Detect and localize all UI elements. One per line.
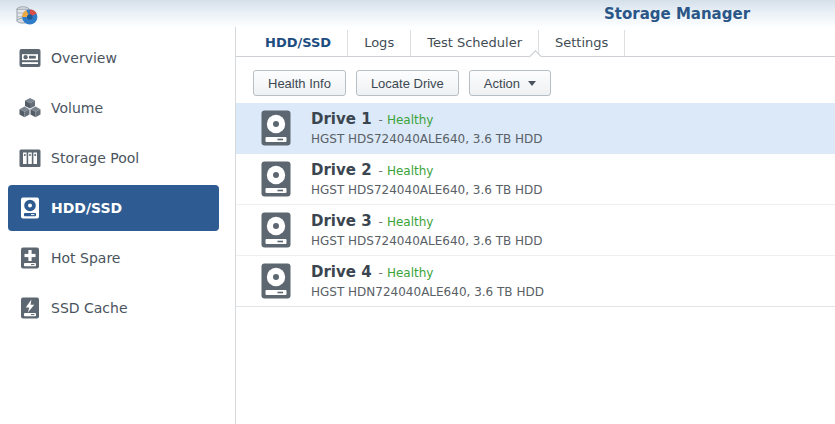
drive-model: HGST HDS724040ALE640, 3.6 TB HDD <box>311 183 543 197</box>
hdd-drive-icon <box>18 196 42 220</box>
action-dropdown-button[interactable]: Action <box>469 70 551 96</box>
sidebar-item-label: Volume <box>51 100 103 116</box>
hdd-drive-icon <box>261 110 291 146</box>
sidebar-item-ssd-cache[interactable]: SSD Cache <box>8 285 219 331</box>
sidebar-item-volume[interactable]: Volume <box>8 85 219 131</box>
storage-manager-window: Storage Manager Overview <box>0 0 835 424</box>
sidebar-item-label: Hot Spare <box>51 250 120 266</box>
status-badge: Healthy <box>387 266 434 280</box>
tab-bar: HDD/SSD Logs Test Scheduler Settings <box>236 30 835 57</box>
status-separator: - <box>379 215 383 229</box>
drive-info: Drive 2 - Healthy HGST HDS724040ALE640, … <box>311 161 543 197</box>
status-separator: - <box>379 266 383 280</box>
drive-row-1[interactable]: Drive 1 - Healthy HGST HDS724040ALE640, … <box>236 103 835 154</box>
tab-hdd-ssd[interactable]: HDD/SSD <box>249 30 348 56</box>
sidebar: Overview Volume <box>0 27 236 424</box>
drive-model: HGST HDN724040ALE640, 3.6 TB HDD <box>311 285 544 299</box>
drive-info: Drive 4 - Healthy HGST HDN724040ALE640, … <box>311 263 544 299</box>
sidebar-item-overview[interactable]: Overview <box>8 35 219 81</box>
sidebar-item-label: SSD Cache <box>51 300 128 316</box>
sidebar-item-hdd-ssd[interactable]: HDD/SSD <box>8 185 219 231</box>
storage-manager-icon <box>15 3 39 27</box>
storage-pool-icon <box>18 146 42 170</box>
tab-settings[interactable]: Settings <box>539 30 625 56</box>
sidebar-item-hot-spare[interactable]: Hot Spare <box>8 235 219 281</box>
tab-test-scheduler[interactable]: Test Scheduler <box>411 30 539 56</box>
hdd-drive-icon <box>261 263 291 299</box>
page-title: Storage Manager <box>604 5 750 23</box>
content-panel: HDD/SSD Logs Test Scheduler Settings Hea… <box>236 27 835 424</box>
drive-list: Drive 1 - Healthy HGST HDS724040ALE640, … <box>236 103 835 307</box>
status-badge: Healthy <box>387 113 434 127</box>
toolbar: Health Info Locate Drive Action <box>253 70 835 96</box>
drive-row-4[interactable]: Drive 4 - Healthy HGST HDN724040ALE640, … <box>236 256 835 307</box>
button-label: Action <box>484 76 520 91</box>
drive-name: Drive 3 <box>311 212 372 230</box>
locate-drive-button[interactable]: Locate Drive <box>356 70 459 96</box>
volume-cubes-icon <box>18 96 42 120</box>
tab-logs[interactable]: Logs <box>348 30 411 56</box>
status-badge: Healthy <box>387 215 434 229</box>
overview-card-icon <box>18 46 42 70</box>
drive-info: Drive 1 - Healthy HGST HDS724040ALE640, … <box>311 110 543 146</box>
sidebar-item-label: HDD/SSD <box>51 200 122 216</box>
drive-info: Drive 3 - Healthy HGST HDS724040ALE640, … <box>311 212 543 248</box>
drive-name: Drive 1 <box>311 110 372 128</box>
ssd-cache-bolt-icon <box>18 296 42 320</box>
titlebar: Storage Manager <box>0 0 835 27</box>
button-label: Locate Drive <box>371 76 444 91</box>
status-separator: - <box>379 113 383 127</box>
drive-row-3[interactable]: Drive 3 - Healthy HGST HDS724040ALE640, … <box>236 205 835 256</box>
status-badge: Healthy <box>387 164 434 178</box>
drive-name: Drive 2 <box>311 161 372 179</box>
hot-spare-plus-icon <box>18 246 42 270</box>
button-label: Health Info <box>268 76 331 91</box>
sidebar-item-label: Storage Pool <box>51 150 139 166</box>
hdd-drive-icon <box>261 161 291 197</box>
sidebar-item-storage-pool[interactable]: Storage Pool <box>8 135 219 181</box>
sidebar-item-label: Overview <box>51 50 117 66</box>
health-info-button[interactable]: Health Info <box>253 70 346 96</box>
drive-model: HGST HDS724040ALE640, 3.6 TB HDD <box>311 132 543 146</box>
status-separator: - <box>379 164 383 178</box>
drive-name: Drive 4 <box>311 263 372 281</box>
chevron-down-icon <box>528 81 536 86</box>
drive-row-2[interactable]: Drive 2 - Healthy HGST HDS724040ALE640, … <box>236 154 835 205</box>
drive-model: HGST HDS724040ALE640, 3.6 TB HDD <box>311 234 543 248</box>
hdd-drive-icon <box>261 212 291 248</box>
